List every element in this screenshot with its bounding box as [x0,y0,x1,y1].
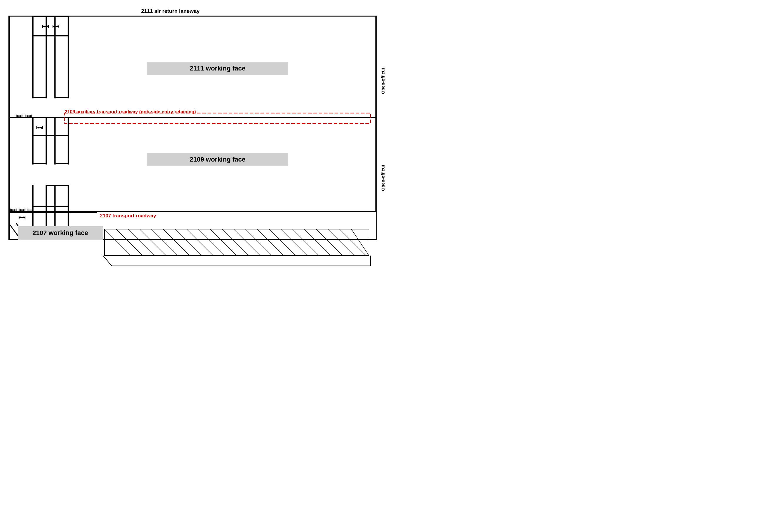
svg-line-79 [104,229,131,256]
svg-line-101 [103,256,112,266]
svg-rect-11 [32,16,69,17]
label-aux-transport-2109: 2109 auxiliary transport roadway (gob-si… [65,109,196,115]
svg-line-96 [304,229,331,256]
svg-line-86 [187,229,213,256]
svg-rect-9 [54,97,69,98]
svg-rect-5 [45,16,47,98]
svg-rect-22 [32,118,33,164]
svg-line-82 [140,229,166,256]
svg-line-89 [222,229,248,256]
svg-line-84 [163,229,190,256]
label-open-off-cut-bottom: Open-off cut [380,156,385,191]
svg-rect-28 [32,135,68,136]
svg-rect-48 [68,185,69,212]
svg-line-88 [210,229,237,256]
svg-rect-50 [45,185,69,186]
svg-line-80 [116,229,142,256]
label-working-face-2107: 2107 working face [18,226,103,240]
label-open-off-cut-top: Open-off cut [380,59,385,94]
label-working-face-2109: 2109 working face [147,153,288,166]
svg-line-91 [245,229,272,256]
svg-line-95 [293,229,319,256]
svg-rect-10 [32,35,69,36]
diagram-container: 2111 air return laneway Open-off cut Ope… [0,0,388,266]
svg-rect-45 [32,185,33,212]
svg-line-90 [234,229,260,256]
svg-rect-105 [375,16,376,118]
svg-rect-104 [65,113,370,123]
svg-rect-46 [45,185,47,212]
svg-rect-25 [54,118,56,164]
svg-line-81 [128,229,154,256]
svg-rect-23 [45,118,47,164]
svg-rect-49 [32,206,69,207]
svg-line-97 [316,229,342,256]
svg-rect-3 [9,16,10,239]
svg-line-98 [328,229,354,256]
svg-rect-4 [32,16,33,98]
svg-rect-27 [54,163,69,164]
svg-rect-106 [375,118,376,212]
svg-line-100 [351,229,369,256]
svg-line-85 [175,229,201,256]
svg-rect-24 [32,163,47,164]
svg-line-87 [199,229,225,256]
label-working-face-2111: 2111 working face [147,62,288,75]
svg-line-99 [340,229,366,256]
svg-line-92 [257,229,284,256]
label-air-return-2111: 2111 air return laneway [141,8,200,14]
svg-rect-7 [54,16,56,98]
svg-rect-26 [68,118,69,164]
svg-rect-51 [9,212,97,213]
svg-line-94 [281,229,307,256]
svg-line-83 [151,229,178,256]
svg-line-93 [269,229,296,256]
svg-rect-6 [32,97,47,98]
label-transport-roadway-2107: 2107 transport roadway [100,213,156,219]
svg-rect-47 [54,185,56,212]
svg-rect-8 [68,16,69,98]
